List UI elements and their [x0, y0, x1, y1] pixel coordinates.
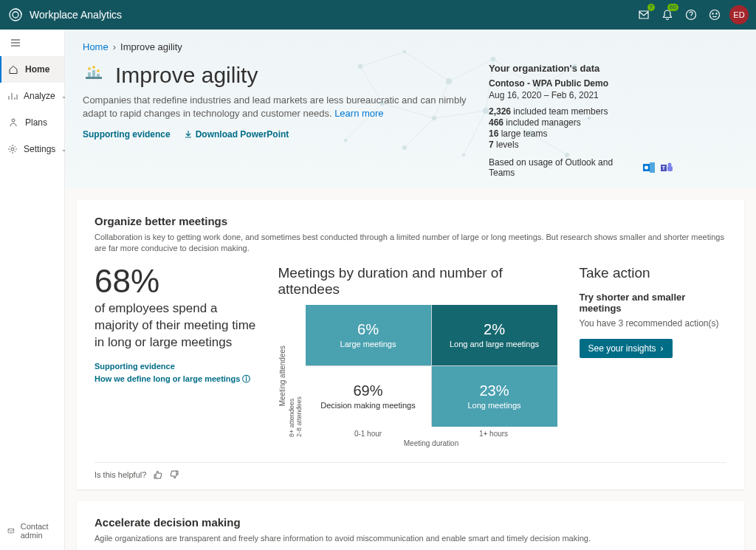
svg-rect-42: [92, 70, 95, 77]
download-powerpoint-link[interactable]: Download PowerPoint: [184, 129, 289, 140]
learn-more-link[interactable]: Learn more: [334, 108, 383, 119]
teams-icon: T: [660, 161, 673, 174]
org-heading: Your organization's data: [489, 63, 673, 74]
org-data-panel: Your organization's data Contoso - WPA P…: [489, 63, 673, 178]
card-accelerate-decisions: Accelerate decision making Agile organiz…: [77, 501, 744, 550]
card-title: Accelerate decision making: [94, 516, 726, 529]
sidebar-item-home[interactable]: Home: [0, 56, 64, 83]
org-stat-teams: 16 large teams: [489, 128, 673, 139]
svg-point-3: [710, 10, 720, 20]
action-description: You have 3 recommended action(s): [580, 318, 727, 329]
contact-admin-link[interactable]: Contact admin: [0, 516, 64, 550]
menu-toggle-icon[interactable]: [0, 30, 64, 56]
sidebar-item-settings[interactable]: Settings ⌄: [0, 136, 64, 162]
metric-description: of employees spend a majority of their m…: [94, 300, 256, 351]
content-scroll[interactable]: Home › Improve agility Improve agility C…: [65, 30, 756, 550]
card-subtitle: Agile organizations are transparent and …: [94, 533, 726, 544]
sidebar: Home Analyze ⌄ Plans Settings ⌄ Contact …: [0, 30, 65, 550]
svg-point-1: [13, 12, 18, 18]
card-title: Organize better meetings: [94, 215, 726, 227]
thumbs-up-icon[interactable]: [154, 470, 162, 479]
analyze-icon: [7, 91, 18, 101]
quad-large-meetings: 6%Large meetings: [306, 305, 431, 365]
svg-rect-48: [650, 162, 655, 173]
contact-admin-label: Contact admin: [21, 522, 57, 540]
svg-point-45: [92, 66, 95, 69]
svg-point-6: [12, 119, 15, 122]
svg-rect-41: [88, 72, 91, 77]
org-stat-levels: 7 levels: [489, 140, 673, 150]
definition-link[interactable]: How we define long or large meetings ⓘ: [94, 374, 256, 385]
home-icon: [7, 64, 19, 75]
page-icon: [83, 64, 105, 86]
svg-point-12: [491, 57, 495, 61]
svg-point-4: [712, 13, 713, 14]
topbar: Workplace Analytics 7 60 ED: [0, 0, 756, 30]
thumbs-down-icon[interactable]: [170, 470, 179, 479]
action-title: Try shorter and smaller meetings: [580, 292, 727, 314]
quad-long-large-meetings: 2%Long and large meetings: [432, 305, 557, 365]
take-action-heading: Take action: [580, 265, 727, 281]
sidebar-item-label: Analyze: [24, 91, 55, 101]
chevron-right-icon: ›: [113, 41, 116, 52]
bell-badge: 60: [667, 4, 678, 11]
see-insights-button[interactable]: See your insights ›: [580, 339, 673, 358]
org-based-on: Based on usage of Outlook and Teams: [489, 157, 638, 178]
chevron-right-icon: ›: [661, 343, 664, 354]
svg-rect-40: [86, 77, 102, 79]
supporting-evidence-link[interactable]: Supporting evidence: [94, 362, 256, 371]
org-name: Contoso - WPA Public Demo: [489, 78, 673, 89]
svg-point-49: [645, 166, 648, 170]
app-logo-icon: [7, 7, 24, 23]
svg-rect-43: [97, 74, 100, 77]
yaxis-tick: 2-8 attendees: [295, 314, 303, 437]
org-stat-managers: 466 included managers: [489, 117, 673, 128]
svg-point-46: [97, 69, 100, 72]
xaxis-label: Meeting duration: [306, 439, 557, 447]
breadcrumb-current: Improve agility: [120, 41, 182, 52]
svg-rect-8: [8, 529, 14, 533]
svg-point-7: [11, 148, 14, 151]
mail-icon[interactable]: 7: [632, 3, 656, 27]
plans-icon: [7, 117, 19, 128]
settings-icon: [7, 144, 18, 154]
sidebar-item-label: Settings: [24, 144, 55, 154]
svg-point-5: [716, 13, 717, 14]
helpful-label: Is this helpful?: [94, 470, 146, 479]
sidebar-item-label: Home: [25, 64, 49, 75]
bell-icon[interactable]: 60: [656, 3, 679, 27]
sidebar-item-analyze[interactable]: Analyze ⌄: [0, 83, 64, 109]
sidebar-item-plans[interactable]: Plans: [0, 109, 64, 136]
svg-rect-53: [667, 166, 673, 171]
feedback-icon[interactable]: [703, 3, 726, 27]
hero-header: Home › Improve agility Improve agility C…: [65, 30, 756, 188]
breadcrumb: Home › Improve agility: [83, 41, 738, 52]
xaxis-tick: 1+ hours: [431, 430, 557, 438]
breadcrumb-root[interactable]: Home: [83, 41, 109, 52]
page-title: Improve agility: [115, 63, 258, 88]
quad-decision-meetings: 69%Decision making meetings: [306, 366, 431, 427]
quad-long-meetings: 23%Long meetings: [432, 366, 557, 427]
metric-value: 68%: [94, 265, 256, 298]
yaxis-label: Meeting attendees: [278, 346, 286, 406]
card-organize-meetings: Organize better meetings Collaboration i…: [77, 200, 744, 489]
svg-text:T: T: [662, 165, 666, 171]
user-avatar[interactable]: ED: [729, 5, 749, 24]
mail-badge: 7: [647, 4, 655, 11]
xaxis-tick: 0-1 hour: [306, 430, 431, 438]
info-icon: ⓘ: [242, 374, 250, 383]
help-icon[interactable]: [679, 3, 703, 27]
svg-point-44: [88, 67, 91, 70]
quadrant-chart: 6%Large meetings 2%Long and large meetin…: [306, 305, 557, 427]
svg-point-52: [668, 163, 672, 167]
org-date-range: Aug 16, 2020 – Feb 6, 2021: [489, 90, 673, 100]
yaxis-tick: 8+ attendees: [288, 314, 295, 437]
app-title: Workplace Analytics: [30, 9, 122, 21]
card-subtitle: Collaboration is key to getting work don…: [94, 232, 726, 255]
sidebar-item-label: Plans: [25, 117, 47, 128]
org-stat-members: 2,326 included team members: [489, 106, 673, 117]
page-description: Companies that redefine industries and l…: [83, 94, 489, 120]
supporting-evidence-link[interactable]: Supporting evidence: [83, 129, 171, 140]
chart-title: Meetings by duration and number of atten…: [278, 265, 557, 298]
outlook-icon: [642, 161, 656, 174]
